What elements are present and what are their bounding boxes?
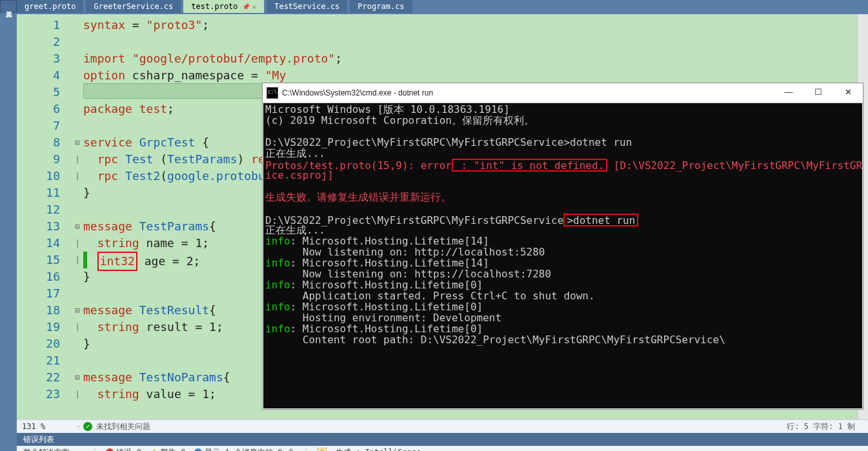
terminal-line: info: Microsoft.Hosting.Lifetime[0] [265, 323, 860, 334]
line-number: 6 [17, 101, 60, 117]
line-number: 4 [17, 67, 60, 84]
code-line[interactable]: import "google/protobuf/empty.proto"; [83, 50, 868, 67]
fold-mark[interactable]: | [72, 319, 83, 336]
fold-mark [72, 101, 83, 117]
filter-scope[interactable]: 整个解决方案 [23, 447, 70, 452]
caret-location: 行: 5 字符: 1 制 [787, 421, 868, 432]
change-marker [83, 252, 87, 268]
terminal-line: Now listening on: http://localhost:5280 [265, 246, 860, 257]
build-icon: ✕ [318, 448, 327, 451]
terminal-title: C:\Windows\System32\cmd.exe - dotnet run [282, 88, 774, 97]
terminal-line: info: Microsoft.Hosting.Lifetime[14] [265, 257, 860, 268]
fold-mark[interactable]: ⊟ [72, 134, 83, 151]
tab-greet-proto[interactable]: greet.proto [17, 0, 83, 13]
code-line[interactable] [83, 34, 868, 50]
fold-mark[interactable]: | [72, 252, 83, 268]
fold-mark[interactable]: ⊟ [72, 369, 83, 386]
line-number: 14 [17, 235, 60, 252]
fold-mark[interactable]: | [72, 386, 83, 403]
line-number: 15 [17, 252, 60, 268]
terminal-line: Now listening on: https://localhost:7280 [265, 268, 860, 279]
terminal-output[interactable]: Microsoft Windows [版本 10.0.18363.1916](c… [263, 103, 863, 409]
filter-build-source[interactable]: 生成 + IntelliSense [336, 447, 421, 452]
terminal-titlebar[interactable]: c:\ C:\Windows\System32\cmd.exe - dotnet… [263, 83, 863, 103]
line-number: 21 [17, 352, 60, 369]
terminal-line: Protos/test.proto(15,9): error : "int" i… [265, 159, 860, 170]
no-issues-label: 未找到相关问题 [96, 421, 787, 432]
fold-mark[interactable]: | [72, 151, 83, 168]
code-line[interactable]: syntax = "proto3"; [83, 17, 868, 34]
tab-testservice-cs[interactable]: TestService.cs [267, 0, 347, 13]
error-icon: × [106, 448, 114, 451]
terminal-line: info: Microsoft.Hosting.Lifetime[14] [265, 236, 860, 246]
fold-gutter[interactable]: ⊟||⊟||⊟|⊟| [72, 14, 83, 420]
toolbox-grip[interactable]: 工具箱 [0, 0, 17, 13]
terminal-line: D:\VS2022_Project\MyFirstGRPC\MyFirstGRP… [265, 137, 860, 148]
fold-mark[interactable]: ⊟ [72, 218, 83, 235]
terminal-line: info: Microsoft.Hosting.Lifetime[0] [265, 279, 860, 290]
line-number: 11 [17, 185, 60, 201]
line-number: 7 [17, 117, 60, 134]
info-icon: i [194, 448, 202, 451]
fold-mark [72, 185, 83, 201]
code-line[interactable]: option csharp_namespace = "My [83, 67, 868, 84]
fold-mark [72, 352, 83, 369]
fold-mark [72, 34, 83, 50]
filter-errors[interactable]: ×错误 0 [106, 447, 141, 452]
terminal-line: 正在生成... [265, 148, 860, 159]
filter-info[interactable]: i显示 1 个消息中的 0 个 [194, 447, 294, 452]
terminal-line: D:\VS2022_Project\MyFirstGRPC\MyFirstGRP… [265, 214, 860, 225]
fold-mark [72, 67, 83, 84]
tab-greeterservice-cs[interactable]: GreeterService.cs [86, 0, 181, 13]
terminal-highlight-box: : "int" is not defined. [452, 159, 607, 172]
error-list-filters[interactable]: 整个解决方案▾ | ×错误 0 警告 0 i显示 1 个消息中的 0 个 | ✕… [17, 446, 868, 451]
terminal-line: Application started. Press Ctrl+C to shu… [265, 290, 860, 301]
terminal-line: (c) 2019 Microsoft Corporation。保留所有权利。 [265, 115, 860, 126]
line-number: 3 [17, 50, 60, 67]
issues-ok-icon: ✓ [83, 422, 92, 431]
close-button[interactable]: ✕ [833, 83, 863, 103]
close-tab-icon[interactable]: ✕ [252, 3, 257, 11]
fold-mark[interactable]: | [72, 168, 83, 185]
fold-mark [72, 268, 83, 285]
fold-mark [72, 117, 83, 134]
tab-test-proto[interactable]: test.proto📌✕ [183, 0, 264, 13]
line-number: 23 [17, 386, 60, 403]
terminal-highlight-box: >dotnet run [563, 214, 638, 226]
terminal-line: Hosting environment: Development [265, 312, 860, 323]
line-number: 22 [17, 369, 60, 386]
fold-mark [72, 336, 83, 352]
terminal-line: Content root path: D:\VS2022_Project\MyF… [265, 334, 860, 345]
pin-icon[interactable]: 📌 [242, 3, 250, 10]
maximize-button[interactable]: ☐ [803, 83, 833, 103]
fold-mark [72, 17, 83, 34]
line-number: 20 [17, 336, 60, 352]
fold-mark[interactable]: ⊟ [72, 302, 83, 319]
line-number: 16 [17, 268, 60, 285]
terminal-line: Microsoft Windows [版本 10.0.18363.1916] [265, 104, 860, 115]
warning-icon [150, 449, 158, 452]
terminal-line: info: Microsoft.Hosting.Lifetime[0] [265, 301, 860, 312]
fold-mark [72, 84, 83, 101]
fold-mark[interactable]: | [72, 235, 83, 252]
cmd-icon: c:\ [267, 87, 278, 99]
terminal-window[interactable]: c:\ C:\Windows\System32\cmd.exe - dotnet… [262, 83, 863, 410]
fold-mark [72, 201, 83, 218]
line-number: 2 [17, 34, 60, 50]
caret-line-highlight [83, 83, 268, 99]
zoom-level[interactable]: 131 % [17, 422, 74, 431]
line-number: 5 [17, 84, 60, 101]
line-number: 17 [17, 285, 60, 302]
terminal-line [265, 181, 860, 192]
line-number: 12 [17, 201, 60, 218]
line-number: 1 [17, 17, 60, 34]
line-number-gutter: 1234567891011121314151617181920212223 [17, 14, 72, 420]
terminal-line [265, 203, 860, 214]
minimize-button[interactable]: — [774, 83, 803, 103]
terminal-line [265, 126, 860, 137]
tab-program-cs[interactable]: Program.cs [350, 0, 412, 13]
error-list-header[interactable]: 错误列表 [17, 433, 868, 446]
editor-tabs: greet.protoGreeterService.cstest.proto📌✕… [17, 0, 868, 14]
filter-warnings[interactable]: 警告 0 [150, 447, 185, 452]
fold-mark [72, 285, 83, 302]
